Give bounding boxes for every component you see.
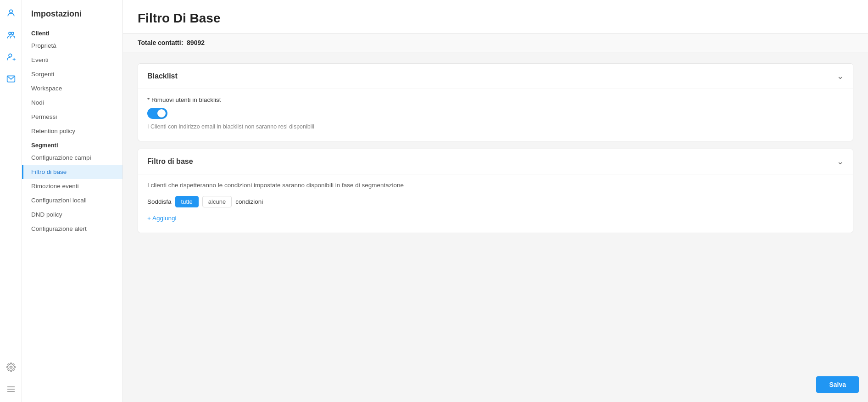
filtro-body: I clienti che rispetteranno le condizion… xyxy=(138,174,853,233)
sidebar-item-filtro-di-base[interactable]: Filtro di base xyxy=(22,165,122,179)
nav-icon-menu[interactable] xyxy=(4,382,18,396)
toggle-container xyxy=(147,108,844,119)
svg-point-3 xyxy=(9,54,12,57)
blacklist-description: I Clienti con indirizzo email in blackli… xyxy=(147,123,844,130)
sidebar-item-permessi[interactable]: Permessi xyxy=(22,110,122,124)
nav-icon-gear[interactable] xyxy=(4,360,18,374)
nav-icon-user[interactable] xyxy=(4,6,18,20)
svg-point-1 xyxy=(9,32,11,34)
blacklist-card: Blacklist ⌄ * Rimuovi utenti in blacklis… xyxy=(138,63,853,141)
blacklist-chevron-icon: ⌄ xyxy=(837,71,844,81)
filtro-header[interactable]: Filtro di base ⌄ xyxy=(138,149,853,174)
bottom-icons xyxy=(4,360,18,396)
totale-label: Totale contatti: xyxy=(138,39,183,46)
sidebar-item-proprieta[interactable]: Proprietà xyxy=(22,39,122,53)
sidebar-item-rimozione-eventi[interactable]: Rimozione eventi xyxy=(22,179,122,193)
sidebar-item-workspace[interactable]: Workspace xyxy=(22,81,122,95)
nav-icon-mail[interactable] xyxy=(4,72,18,86)
blacklist-body: * Rimuovi utenti in blacklist I Clienti … xyxy=(138,89,853,141)
blacklist-header[interactable]: Blacklist ⌄ xyxy=(138,64,853,89)
sidebar-item-configurazione-campi[interactable]: Configurazione campi xyxy=(22,151,122,165)
sidebar-title: Impostazioni xyxy=(22,9,122,26)
svg-point-0 xyxy=(9,10,12,13)
sidebar-item-configurazione-alert[interactable]: Configurazione alert xyxy=(22,222,122,236)
text-sidebar: Impostazioni Clienti Proprietà Eventi So… xyxy=(22,0,123,402)
alcune-button[interactable]: alcune xyxy=(202,196,232,207)
section-label-segmenti: Segmenti xyxy=(22,138,122,151)
filtro-chevron-icon: ⌄ xyxy=(837,156,844,167)
filtro-card: Filtro di base ⌄ I clienti che rispetter… xyxy=(138,149,853,233)
condizioni-label: condizioni xyxy=(235,198,263,205)
soddisfa-row: Soddisfa tutte alcune condizioni xyxy=(147,196,844,207)
content-area: Blacklist ⌄ * Rimuovi utenti in blacklis… xyxy=(123,52,868,244)
page-header: Filtro Di Base xyxy=(123,0,868,34)
filtro-description: I clienti che rispetteranno le condizion… xyxy=(147,182,844,189)
totale-bar: Totale contatti: 89092 xyxy=(123,34,868,52)
sidebar-item-nodi[interactable]: Nodi xyxy=(22,95,122,110)
blacklist-toggle[interactable] xyxy=(147,108,167,119)
sidebar-item-sorgenti[interactable]: Sorgenti xyxy=(22,67,122,81)
blacklist-title: Blacklist xyxy=(147,72,178,80)
svg-point-5 xyxy=(10,366,12,368)
svg-point-2 xyxy=(11,32,13,34)
page-title: Filtro Di Base xyxy=(138,11,853,26)
totale-value: 89092 xyxy=(187,39,205,46)
soddisfa-label: Soddisfa xyxy=(147,198,172,205)
sidebar-item-configurazioni-locali[interactable]: Configurazioni locali xyxy=(22,193,122,207)
blacklist-field-label: * Rimuovi utenti in blacklist xyxy=(147,96,844,103)
nav-icon-person-add[interactable] xyxy=(4,50,18,64)
filtro-title: Filtro di base xyxy=(147,157,193,166)
save-button-container: Salva xyxy=(816,376,859,393)
sidebar-item-eventi[interactable]: Eventi xyxy=(22,53,122,67)
icon-sidebar xyxy=(0,0,22,402)
nav-icon-users[interactable] xyxy=(4,28,18,42)
aggiungi-button[interactable]: + Aggiungi xyxy=(147,215,176,222)
sidebar-item-retention-policy[interactable]: Retention policy xyxy=(22,124,122,138)
save-button[interactable]: Salva xyxy=(816,376,859,393)
main-content: Filtro Di Base Totale contatti: 89092 Bl… xyxy=(123,0,868,402)
tutte-button[interactable]: tutte xyxy=(175,196,199,207)
section-label-clienti: Clienti xyxy=(22,26,122,39)
sidebar-item-dnd-policy[interactable]: DND policy xyxy=(22,207,122,222)
